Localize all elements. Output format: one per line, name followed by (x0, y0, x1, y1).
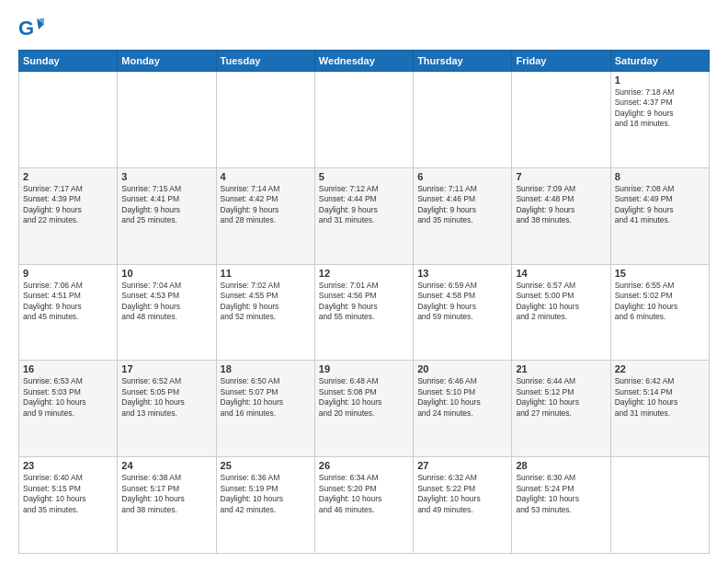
calendar-week-row: 2Sunrise: 7:17 AM Sunset: 4:39 PM Daylig… (19, 167, 710, 264)
calendar-cell (19, 72, 118, 168)
day-number: 27 (417, 460, 507, 471)
calendar-cell: 22Sunrise: 6:42 AM Sunset: 5:14 PM Dayli… (610, 361, 709, 457)
calendar-cell: 28Sunrise: 6:30 AM Sunset: 5:24 PM Dayli… (512, 457, 610, 554)
calendar-cell (118, 72, 216, 168)
calendar-week-row: 1Sunrise: 7:18 AM Sunset: 4:37 PM Daylig… (19, 72, 710, 168)
day-info: Sunrise: 6:36 AM Sunset: 5:19 PM Dayligh… (221, 473, 311, 515)
day-number: 18 (221, 363, 311, 374)
header: G (18, 15, 710, 40)
day-info: Sunrise: 6:50 AM Sunset: 5:07 PM Dayligh… (221, 376, 311, 419)
calendar-cell (314, 72, 413, 168)
calendar-cell: 27Sunrise: 6:32 AM Sunset: 5:22 PM Dayli… (414, 457, 512, 554)
day-number: 24 (121, 460, 211, 471)
day-number: 17 (121, 363, 211, 374)
calendar-cell: 16Sunrise: 6:53 AM Sunset: 5:03 PM Dayli… (19, 361, 118, 457)
calendar-cell: 20Sunrise: 6:46 AM Sunset: 5:10 PM Dayli… (414, 361, 512, 457)
day-info: Sunrise: 7:04 AM Sunset: 4:53 PM Dayligh… (121, 281, 211, 323)
day-info: Sunrise: 6:59 AM Sunset: 4:58 PM Dayligh… (417, 281, 507, 323)
calendar-cell: 14Sunrise: 6:57 AM Sunset: 5:00 PM Dayli… (512, 264, 610, 361)
day-info: Sunrise: 7:06 AM Sunset: 4:51 PM Dayligh… (23, 281, 113, 323)
day-info: Sunrise: 6:30 AM Sunset: 5:24 PM Dayligh… (516, 473, 606, 515)
day-info: Sunrise: 6:57 AM Sunset: 5:00 PM Dayligh… (516, 281, 606, 323)
logo: G (18, 15, 46, 40)
day-info: Sunrise: 6:42 AM Sunset: 5:14 PM Dayligh… (615, 376, 705, 419)
calendar-week-row: 23Sunrise: 6:40 AM Sunset: 5:15 PM Dayli… (19, 457, 710, 554)
weekday-header-monday: Monday (118, 51, 216, 72)
calendar-cell: 23Sunrise: 6:40 AM Sunset: 5:15 PM Dayli… (19, 457, 118, 554)
calendar-cell: 21Sunrise: 6:44 AM Sunset: 5:12 PM Dayli… (512, 361, 610, 457)
calendar-cell: 19Sunrise: 6:48 AM Sunset: 5:08 PM Dayli… (314, 361, 413, 457)
calendar-cell: 8Sunrise: 7:08 AM Sunset: 4:49 PM Daylig… (610, 167, 709, 264)
day-number: 28 (516, 460, 606, 471)
day-number: 3 (121, 171, 211, 182)
calendar-cell (414, 72, 512, 168)
calendar-cell (610, 457, 709, 554)
day-number: 22 (615, 363, 705, 374)
day-number: 14 (516, 268, 606, 279)
day-info: Sunrise: 7:01 AM Sunset: 4:56 PM Dayligh… (319, 281, 409, 323)
day-number: 21 (516, 363, 606, 374)
calendar-cell: 3Sunrise: 7:15 AM Sunset: 4:41 PM Daylig… (118, 167, 216, 264)
page: G SundayMondayTuesdayWednesdayThursdayFr… (0, 0, 728, 563)
weekday-header-saturday: Saturday (610, 51, 709, 72)
day-info: Sunrise: 7:14 AM Sunset: 4:42 PM Dayligh… (221, 184, 311, 226)
calendar-cell: 12Sunrise: 7:01 AM Sunset: 4:56 PM Dayli… (314, 264, 413, 361)
calendar-cell: 9Sunrise: 7:06 AM Sunset: 4:51 PM Daylig… (19, 264, 118, 361)
calendar-week-row: 16Sunrise: 6:53 AM Sunset: 5:03 PM Dayli… (19, 361, 710, 457)
calendar-cell: 11Sunrise: 7:02 AM Sunset: 4:55 PM Dayli… (216, 264, 314, 361)
calendar-cell: 7Sunrise: 7:09 AM Sunset: 4:48 PM Daylig… (512, 167, 610, 264)
day-info: Sunrise: 7:12 AM Sunset: 4:44 PM Dayligh… (319, 184, 409, 226)
weekday-header-tuesday: Tuesday (216, 51, 314, 72)
day-info: Sunrise: 6:34 AM Sunset: 5:20 PM Dayligh… (319, 473, 409, 515)
day-number: 5 (319, 171, 409, 182)
weekday-header-row: SundayMondayTuesdayWednesdayThursdayFrid… (19, 51, 710, 72)
day-number: 7 (516, 171, 606, 182)
day-info: Sunrise: 7:17 AM Sunset: 4:39 PM Dayligh… (23, 184, 113, 226)
day-info: Sunrise: 7:08 AM Sunset: 4:49 PM Dayligh… (615, 184, 705, 226)
calendar-cell: 1Sunrise: 7:18 AM Sunset: 4:37 PM Daylig… (610, 72, 709, 168)
day-info: Sunrise: 6:52 AM Sunset: 5:05 PM Dayligh… (121, 376, 211, 419)
day-number: 4 (221, 171, 311, 182)
day-info: Sunrise: 7:09 AM Sunset: 4:48 PM Dayligh… (516, 184, 606, 226)
weekday-header-wednesday: Wednesday (314, 51, 413, 72)
calendar-cell: 15Sunrise: 6:55 AM Sunset: 5:02 PM Dayli… (610, 264, 709, 361)
day-number: 13 (417, 268, 507, 279)
calendar-cell: 4Sunrise: 7:14 AM Sunset: 4:42 PM Daylig… (216, 167, 314, 264)
day-info: Sunrise: 6:48 AM Sunset: 5:08 PM Dayligh… (319, 376, 409, 419)
day-number: 15 (615, 268, 705, 279)
weekday-header-sunday: Sunday (19, 51, 118, 72)
calendar-cell: 6Sunrise: 7:11 AM Sunset: 4:46 PM Daylig… (414, 167, 512, 264)
svg-text:G: G (18, 17, 34, 40)
day-info: Sunrise: 7:02 AM Sunset: 4:55 PM Dayligh… (221, 281, 311, 323)
weekday-header-friday: Friday (512, 51, 610, 72)
day-number: 6 (417, 171, 507, 182)
calendar-cell (216, 72, 314, 168)
day-number: 16 (23, 363, 113, 374)
day-info: Sunrise: 6:40 AM Sunset: 5:15 PM Dayligh… (23, 473, 113, 515)
day-info: Sunrise: 6:53 AM Sunset: 5:03 PM Dayligh… (23, 376, 113, 419)
day-info: Sunrise: 6:38 AM Sunset: 5:17 PM Dayligh… (121, 473, 211, 515)
day-info: Sunrise: 6:32 AM Sunset: 5:22 PM Dayligh… (417, 473, 507, 515)
day-number: 19 (319, 363, 409, 374)
calendar-cell: 18Sunrise: 6:50 AM Sunset: 5:07 PM Dayli… (216, 361, 314, 457)
calendar-cell: 26Sunrise: 6:34 AM Sunset: 5:20 PM Dayli… (314, 457, 413, 554)
calendar-cell: 17Sunrise: 6:52 AM Sunset: 5:05 PM Dayli… (118, 361, 216, 457)
calendar-cell: 5Sunrise: 7:12 AM Sunset: 4:44 PM Daylig… (314, 167, 413, 264)
day-number: 9 (23, 268, 113, 279)
day-number: 26 (319, 460, 409, 471)
calendar-cell: 24Sunrise: 6:38 AM Sunset: 5:17 PM Dayli… (118, 457, 216, 554)
day-number: 12 (319, 268, 409, 279)
day-number: 8 (615, 171, 705, 182)
day-number: 25 (221, 460, 311, 471)
day-info: Sunrise: 6:55 AM Sunset: 5:02 PM Dayligh… (615, 281, 705, 323)
day-number: 20 (417, 363, 507, 374)
calendar-cell (512, 72, 610, 168)
calendar-cell: 10Sunrise: 7:04 AM Sunset: 4:53 PM Dayli… (118, 264, 216, 361)
day-number: 1 (615, 75, 705, 86)
day-number: 2 (23, 171, 113, 182)
day-info: Sunrise: 6:46 AM Sunset: 5:10 PM Dayligh… (417, 376, 507, 419)
weekday-header-thursday: Thursday (414, 51, 512, 72)
calendar-cell: 25Sunrise: 6:36 AM Sunset: 5:19 PM Dayli… (216, 457, 314, 554)
day-info: Sunrise: 7:15 AM Sunset: 4:41 PM Dayligh… (121, 184, 211, 226)
calendar-week-row: 9Sunrise: 7:06 AM Sunset: 4:51 PM Daylig… (19, 264, 710, 361)
